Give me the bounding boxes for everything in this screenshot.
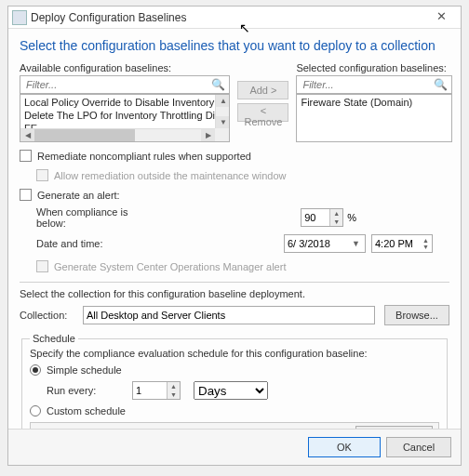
collection-field [83,306,375,324]
scroll-left-icon[interactable]: ◀ [20,129,34,141]
run-every-spinner[interactable]: 1 ▲▼ [132,381,181,400]
available-filter[interactable]: 🔍 [20,75,230,94]
search-icon: 🔍 [211,78,225,91]
time-value[interactable]: 4:20 PM [375,238,422,249]
run-every-label: Run every: [30,385,132,396]
schedule-group: Schedule Specify the compliance evaluati… [21,333,448,429]
remediate-label: Remediate noncompliant rules when suppor… [37,151,251,162]
page-heading: Select the configuration baselines that … [20,38,449,53]
transfer-buttons: Add > < Remove [237,62,288,142]
checkbox-icon[interactable] [20,150,32,162]
compliance-value[interactable]: 90 [304,212,329,223]
percent-suffix: % [347,212,356,223]
custom-schedule-label: Custom schedule [47,405,126,416]
scom-alert-label: Generate System Center Operations Manage… [54,261,286,272]
list-item[interactable]: Delete The LPO for Inventory Throttling … [22,109,227,122]
custom-schedule-box: No custom schedule defined. Customize... [30,422,439,429]
remediate-checkbox-row[interactable]: Remediate noncompliant rules when suppor… [20,150,449,162]
cancel-button[interactable]: Cancel [386,437,451,457]
radio-icon[interactable] [30,405,41,416]
scroll-down-icon[interactable]: ▼ [216,116,230,128]
spin-down-icon[interactable]: ▼ [422,244,429,250]
checkbox-icon [36,169,48,181]
spin-up-icon[interactable]: ▲ [330,209,342,218]
dialog-window: Deploy Configuration Baselines ✕ Select … [7,6,462,466]
collection-label: Collection: [20,310,75,321]
available-label: Available configuration baselines: [20,62,230,73]
titlebar: Deploy Configuration Baselines ✕ [8,7,461,29]
simple-schedule-row[interactable]: Simple schedule [30,364,439,376]
scroll-right-icon[interactable]: ▶ [201,129,215,141]
date-picker[interactable]: 6/ 3/2018 ▼ [284,234,366,253]
baseline-lists: Available configuration baselines: 🔍 Loc… [20,62,449,142]
window-title: Deploy Configuration Baselines [31,11,423,24]
schedule-intro: Specify the compliance evaluation schedu… [30,348,439,359]
spin-up-icon[interactable]: ▲ [168,382,180,390]
date-time-label: Date and time: [20,238,159,249]
spin-up-icon[interactable]: ▲ [422,237,429,244]
selected-filter-input[interactable] [301,78,434,91]
selected-filter[interactable]: 🔍 [296,75,452,94]
run-every-value[interactable]: 1 [136,385,167,396]
chevron-down-icon[interactable]: ▼ [350,239,362,248]
simple-schedule-label: Simple schedule [47,364,122,376]
selected-listbox[interactable]: Fireware State (Domain) [296,94,452,142]
list-item[interactable]: Local Policy Override to Disable Invento… [22,96,227,109]
add-button[interactable]: Add > [237,81,288,99]
ok-button[interactable]: OK [308,437,381,457]
schedule-legend: Schedule [30,333,78,344]
browse-button[interactable]: Browse... [384,305,449,325]
available-column: Available configuration baselines: 🔍 Loc… [20,62,230,142]
vertical-scrollbar[interactable]: ▲ ▼ [215,95,229,128]
dialog-footer: OK Cancel [8,429,461,465]
available-filter-input[interactable] [24,78,211,91]
scroll-up-icon[interactable]: ▲ [216,95,230,107]
scroll-thumb[interactable] [34,129,135,141]
app-icon [12,10,27,25]
divider [20,282,449,283]
radio-icon[interactable] [30,364,41,376]
compliance-threshold-spinner[interactable]: 90 ▲▼ [301,208,343,227]
allow-remediation-row: Allow remediation outside the maintenanc… [36,169,449,181]
run-unit-select[interactable]: Days [194,381,268,400]
available-listbox[interactable]: Local Policy Override to Disable Invento… [20,94,230,142]
scom-alert-row: Generate System Center Operations Manage… [36,260,449,272]
selected-label: Selected configuration baselines: [296,62,452,73]
generate-alert-row[interactable]: Generate an alert: [20,189,449,201]
dialog-content: Select the configuration baselines that … [8,29,461,429]
selected-column: Selected configuration baselines: 🔍 Fire… [296,62,452,142]
search-icon: 🔍 [434,78,448,91]
list-item[interactable]: Fireware State (Domain) [299,96,449,109]
checkbox-icon[interactable] [20,189,32,201]
generate-alert-label: Generate an alert: [37,190,120,201]
allow-remediation-label: Allow remediation outside the maintenanc… [54,170,286,181]
horizontal-scrollbar[interactable]: ◀ ▶ [20,128,215,141]
remove-button[interactable]: < Remove [237,103,288,122]
spin-down-icon[interactable]: ▼ [330,218,342,226]
collection-intro: Select the collection for this configura… [20,288,449,299]
date-value[interactable]: 6/ 3/2018 [288,238,350,249]
checkbox-icon [36,260,48,272]
close-icon[interactable]: ✕ [423,7,459,28]
time-picker[interactable]: 4:20 PM ▲▼ [371,234,433,253]
compliance-below-label: When compliance is below: [20,206,159,229]
custom-schedule-row[interactable]: Custom schedule [30,405,439,416]
spin-down-icon[interactable]: ▼ [168,390,180,399]
